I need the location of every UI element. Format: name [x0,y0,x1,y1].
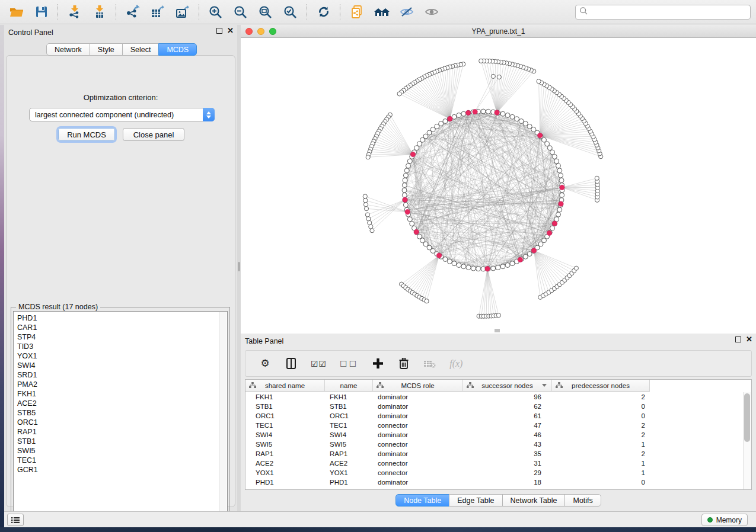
table-scrollbar-thumb[interactable] [744,393,750,442]
network-node[interactable] [505,113,510,118]
mcds-result-item[interactable]: STP4 [17,332,227,342]
network-node[interactable] [500,264,505,269]
open-folder-icon[interactable] [7,3,26,21]
network-node[interactable] [370,229,374,233]
mcds-hub-node[interactable] [518,257,522,262]
network-node[interactable] [403,203,408,207]
table-row[interactable]: SWI4SWI4dominator462 [245,430,743,440]
table-cell[interactable]: 96 [463,393,552,400]
mcds-result-item[interactable]: STB1 [17,437,227,446]
mcds-list-scrollbar[interactable] [219,312,227,522]
network-node[interactable] [557,168,562,173]
table-cell[interactable]: connector [373,469,463,476]
tab-edge-table[interactable]: Edge Table [449,494,502,507]
network-node[interactable] [443,119,448,124]
network-node[interactable] [550,226,555,230]
import-network-icon[interactable] [65,3,84,21]
network-node[interactable] [363,198,368,203]
table-cell[interactable]: 0 [552,479,650,486]
mcds-result-item[interactable]: YOX1 [17,351,227,361]
mcds-hub-node[interactable] [448,116,452,121]
network-node[interactable] [496,265,500,270]
close-panel-icon[interactable]: ✕ [227,28,234,34]
save-icon[interactable] [31,3,51,21]
hide-selected-icon[interactable] [397,3,416,21]
mcds-hub-node[interactable] [436,253,441,258]
network-node[interactable] [500,111,505,116]
network-node[interactable] [452,261,457,266]
network-node[interactable] [447,259,452,264]
table-cell[interactable]: SWI4 [325,431,373,438]
mcds-result-item[interactable]: STB5 [17,408,227,418]
mcds-hub-node[interactable] [547,230,551,235]
table-cell[interactable]: TEC1 [325,422,373,429]
zoom-fit-icon[interactable] [256,3,275,21]
mcds-result-item[interactable]: FKH1 [17,389,227,399]
mcds-hub-node[interactable] [465,110,470,115]
table-cell[interactable]: connector [373,441,463,448]
network-node[interactable] [402,193,407,197]
mcds-result-item[interactable]: ACE2 [17,399,227,408]
network-node[interactable] [406,164,411,168]
table-row[interactable]: ACE2ACE2connector311 [245,459,743,468]
table-cell[interactable]: 2 [552,450,650,457]
refresh-icon[interactable] [314,3,333,21]
table-cell[interactable]: ORC1 [325,412,373,419]
import-table-icon[interactable] [90,3,109,21]
table-cell[interactable]: 1 [552,460,650,467]
network-node[interactable] [425,299,429,303]
copy-style-icon[interactable] [347,3,366,21]
network-node[interactable] [369,225,373,229]
table-cell[interactable]: 29 [463,469,552,476]
table-cell[interactable]: 0 [552,403,650,410]
network-node[interactable] [491,74,495,78]
table-cell[interactable]: 0 [552,412,650,419]
mcds-hub-node[interactable] [410,152,415,156]
mcds-hub-node[interactable] [403,197,407,202]
zoom-selected-icon[interactable] [280,3,300,21]
close-table-panel-icon[interactable]: ✕ [746,336,752,342]
network-node[interactable] [510,261,515,266]
network-node[interactable] [457,263,461,268]
mcds-result-item[interactable]: TEC1 [17,456,227,465]
mcds-result-item[interactable]: GCR1 [17,465,227,475]
table-cell[interactable]: 18 [463,479,552,486]
tab-mcds[interactable]: MCDS [158,43,197,56]
close-panel-button[interactable]: Close panel [123,128,184,141]
first-neighbors-icon[interactable] [372,3,391,21]
table-cell[interactable]: 2 [552,422,650,429]
network-node[interactable] [554,159,559,164]
network-node[interactable] [550,150,555,155]
table-row[interactable]: TEC1TEC1connector472 [245,421,743,430]
table-cell[interactable]: dominator [373,403,463,410]
table-cell[interactable]: dominator [373,479,463,486]
mcds-result-item[interactable]: CAR1 [17,323,227,332]
mcds-hub-node[interactable] [495,110,499,115]
mcds-hub-node[interactable] [405,210,410,214]
network-node[interactable] [443,257,448,262]
tab-motifs[interactable]: Motifs [564,494,601,507]
mcds-hub-node[interactable] [559,201,563,206]
network-node[interactable] [523,254,528,259]
table-cell[interactable]: FKH1 [325,393,373,400]
add-row-icon[interactable] [371,356,384,371]
network-node[interactable] [505,263,510,268]
export-table-icon[interactable] [148,3,167,21]
table-row[interactable]: STB1STB1dominator620 [245,402,743,411]
network-node[interactable] [461,111,466,116]
table-scrollbar[interactable] [743,392,751,489]
table-cell[interactable]: 1 [552,469,650,476]
table-cell[interactable]: 2 [552,431,650,438]
mcds-hub-node[interactable] [485,267,490,271]
table-cell[interactable]: connector [373,422,463,429]
network-node[interactable] [366,217,371,221]
mcds-result-item[interactable]: SWI4 [17,361,227,370]
network-node[interactable] [574,266,578,270]
table-cell[interactable]: ORC1 [245,412,325,419]
network-node[interactable] [491,266,496,271]
select-all-icon[interactable]: ☑☑ [311,356,327,371]
mcds-result-item[interactable]: RAP1 [17,427,227,437]
tab-select[interactable]: Select [122,43,160,56]
network-node[interactable] [510,114,515,119]
mcds-hub-node[interactable] [552,221,557,226]
